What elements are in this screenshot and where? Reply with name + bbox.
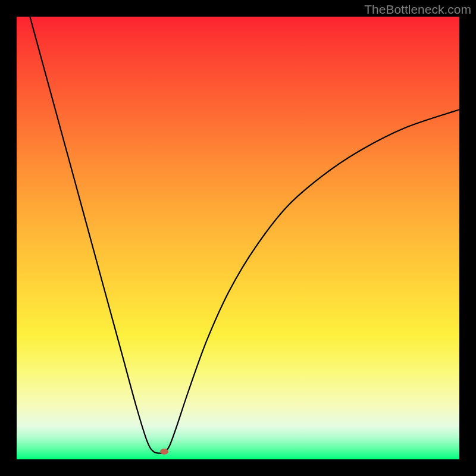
bottleneck-curve: [30, 17, 459, 453]
optimal-point-marker: [160, 449, 168, 455]
watermark-label: TheBottleneck.com: [364, 2, 471, 17]
chart-frame: TheBottleneck.com: [0, 0, 476, 476]
plot-area: [17, 17, 459, 459]
curve-layer: [17, 17, 459, 459]
